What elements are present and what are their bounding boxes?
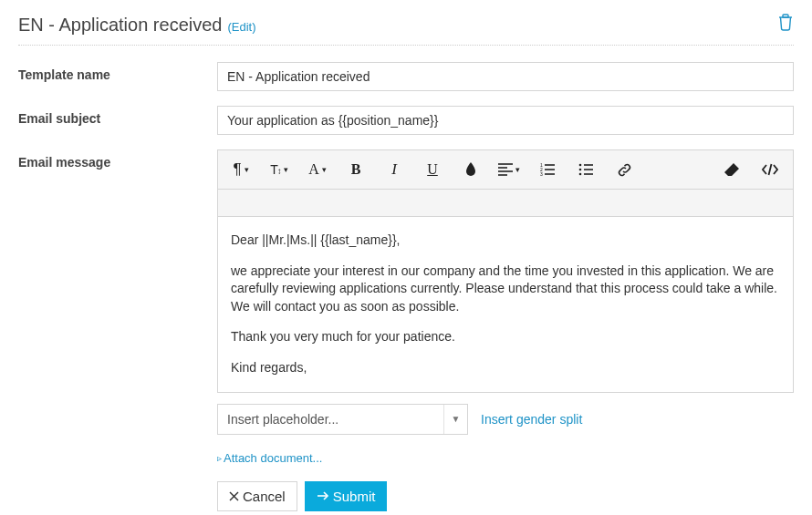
cancel-button[interactable]: Cancel — [217, 481, 297, 511]
code-icon — [762, 163, 778, 176]
email-subject-input[interactable] — [217, 106, 794, 135]
insert-link-button[interactable] — [605, 150, 643, 189]
arrow-right-icon — [317, 490, 329, 501]
tint-icon — [464, 162, 477, 177]
triangle-right-icon: ▹ — [217, 453, 222, 463]
italic-button[interactable]: I — [375, 150, 413, 189]
toolbar-secondary-row — [218, 190, 793, 217]
italic-icon: I — [391, 160, 397, 179]
message-paragraph-1: we appreciate your interest in our compa… — [231, 263, 780, 316]
unordered-list-button[interactable] — [567, 150, 605, 189]
svg-point-14 — [579, 173, 582, 176]
submit-button[interactable]: Submit — [305, 481, 388, 511]
align-button[interactable]: ▾ — [490, 150, 528, 189]
svg-point-10 — [579, 164, 582, 167]
font-size-button[interactable]: T↕▾ — [260, 150, 298, 189]
svg-text:3: 3 — [540, 171, 543, 176]
message-paragraph-2: Thank you very much for your patience. — [231, 328, 780, 346]
edit-link[interactable]: (Edit) — [227, 20, 255, 34]
attach-document-label: Attach document... — [224, 451, 322, 465]
select-value: Insert placeholder... — [227, 412, 338, 427]
action-buttons: Cancel Submit — [217, 481, 794, 511]
email-subject-label: Email subject — [18, 106, 217, 135]
font-color-icon: A — [308, 161, 319, 178]
bold-icon: B — [351, 161, 361, 178]
delete-button[interactable] — [777, 13, 794, 31]
font-size-icon: T↕ — [270, 162, 281, 177]
clear-formatting-button[interactable] — [713, 150, 751, 189]
email-subject-row: Email subject — [18, 106, 794, 135]
template-name-label: Template name — [18, 62, 217, 91]
page-header: EN - Application received (Edit) — [18, 13, 794, 46]
unordered-list-icon — [578, 163, 593, 176]
insert-placeholder-select[interactable]: Insert placeholder... ▼ — [217, 404, 468, 435]
editor-toolbar: ¶▾ T↕▾ A▾ B I U — [218, 150, 793, 190]
paragraph-format-button[interactable]: ¶▾ — [222, 150, 260, 189]
link-icon — [617, 162, 632, 178]
underline-button[interactable]: U — [413, 150, 452, 189]
editor-content[interactable]: Dear ||Mr.|Ms.|| {{last_name}}, we appre… — [218, 217, 793, 392]
svg-point-12 — [579, 169, 582, 171]
bold-button[interactable]: B — [337, 150, 375, 189]
code-view-button[interactable] — [751, 150, 789, 189]
close-icon — [229, 491, 239, 501]
chevron-down-icon: ▼ — [443, 405, 467, 434]
align-left-icon — [498, 163, 513, 176]
page-title: EN - Application received — [18, 15, 222, 36]
placeholder-row: Insert placeholder... ▼ Insert gender sp… — [217, 404, 794, 435]
submit-label: Submit — [333, 489, 376, 504]
ordered-list-icon: 123 — [540, 163, 555, 176]
eraser-icon — [724, 162, 740, 177]
email-message-row: Email message ¶▾ T↕▾ A▾ B I — [18, 149, 794, 511]
email-message-label: Email message — [18, 149, 217, 511]
ink-drop-button[interactable] — [452, 150, 490, 189]
pilcrow-icon: ¶ — [233, 160, 241, 179]
template-name-row: Template name — [18, 62, 794, 91]
svg-line-16 — [769, 164, 772, 175]
font-color-button[interactable]: A▾ — [298, 150, 337, 189]
trash-icon — [777, 13, 794, 31]
ordered-list-button[interactable]: 123 — [528, 150, 567, 189]
message-greeting: Dear ||Mr.|Ms.|| {{last_name}}, — [231, 232, 780, 250]
insert-gender-split-link[interactable]: Insert gender split — [481, 412, 582, 427]
message-signoff: Kind regards, — [231, 359, 780, 377]
template-name-input[interactable] — [217, 62, 794, 91]
rich-text-editor: ¶▾ T↕▾ A▾ B I U — [217, 149, 794, 393]
underline-icon: U — [427, 161, 438, 178]
attach-document-link[interactable]: ▹ Attach document... — [217, 451, 322, 465]
cancel-label: Cancel — [243, 489, 286, 504]
